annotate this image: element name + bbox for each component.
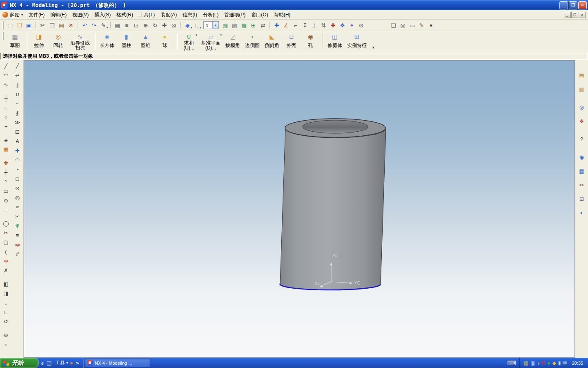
tray-message-icon[interactable]: ✉ [563,361,567,366]
menu-item[interactable]: 视图(V) [69,10,91,20]
circle-dashed-icon[interactable]: ◌ [2,103,11,112]
snap-perpendicular-icon[interactable]: ⊥ [310,20,319,30]
menu-item[interactable]: 格式(R) [114,10,136,20]
tray-agent-icon[interactable]: ● [547,361,550,366]
tray-update-icon[interactable]: ◆ [552,361,556,366]
toolbar-overflow-icon[interactable]: ▾ [372,45,374,49]
shell-button[interactable]: ⊔ 外壳 [282,32,301,51]
chevron-down-icon[interactable]: ▾ [220,34,222,37]
edge-blend-button[interactable]: ◗ 边倒圆 [243,32,262,51]
display-mode-icon[interactable]: ■ [122,20,131,30]
chevron-down-icon[interactable]: ▾ [196,34,197,37]
viewport-3d[interactable]: ZC YC XC [24,60,575,358]
hash-tool-icon[interactable]: # [13,249,22,258]
layer-combo[interactable]: 1 ▾ [203,21,219,29]
cut-icon[interactable]: ✂ [38,20,47,30]
boxed-point-icon[interactable]: ⊡ [13,127,22,136]
arc-open-icon[interactable]: ( [2,247,11,256]
draft-button[interactable]: ◿ 拔模角 [223,32,243,51]
chamfer-button[interactable]: ◣ 倒斜角 [262,32,282,51]
trim2-curve-icon[interactable]: ✂ [13,212,22,221]
snap-point-icon[interactable]: ↧ [300,20,310,30]
tray-display-icon[interactable]: ▣ [530,361,535,366]
hole-button[interactable]: ◉ 孔 [301,32,320,51]
close-button[interactable]: ✕ [578,1,587,9]
wavy-curve-icon[interactable]: ≈ [13,202,22,211]
profile-tool-icon[interactable]: ⌐ [2,205,11,214]
vector-constructor-icon[interactable]: ✦ [347,20,356,30]
sheet-curve-icon[interactable]: ▢ [2,238,11,247]
spline-tool-icon[interactable]: ∿ [2,80,11,89]
pan-view-icon[interactable]: ✚ [160,20,169,30]
sketch-grid-icon[interactable]: ▦ [2,145,11,154]
menu-item[interactable]: 窗口(O) [248,10,271,20]
toolbar-options-icon[interactable]: ▾ [426,20,436,30]
nx-task-button[interactable]: NX 4 - Modeling ... [85,359,150,367]
undo-icon[interactable]: ↶ [80,20,89,30]
line-tool-icon[interactable]: ╱ [2,61,11,70]
point-set-icon[interactable]: ┿ [2,168,11,177]
fit-view-icon[interactable]: ⊠ [169,20,178,30]
delete-icon[interactable]: ✕ [66,20,76,30]
curve-mesh-icon[interactable]: ◈ [2,135,11,144]
bridge-curve-icon[interactable]: ∪ [13,90,22,99]
values-icon[interactable]: ⊛ [356,20,366,30]
offset-curve-icon[interactable]: ∥ [13,80,22,89]
firefox-quicklaunch-icon[interactable]: ● [70,360,75,366]
menu-item[interactable]: 工具(T) [136,10,158,20]
wcs-origin-icon[interactable]: ⌐ [291,20,300,30]
point-tool-icon[interactable]: ┼ [2,94,11,103]
concentric-icon[interactable]: ◎ [13,193,22,202]
clip-tool-icon[interactable]: ✂ [577,180,586,189]
menu-item[interactable]: 信息(I) [180,10,200,20]
sphere-button[interactable]: ● 球 [155,32,174,51]
toolbar-grip[interactable] [2,21,4,29]
minimize-windows-icon[interactable]: ▭ [408,20,417,30]
point-constructor-icon[interactable]: ✚ [328,20,338,30]
section-curve-icon[interactable]: ◔ [13,165,22,174]
start-menu-button[interactable]: 起始 ▾ [1,11,26,19]
orient-view-icon[interactable]: ∟ ▾ [192,20,202,30]
circle-dot-icon[interactable]: ⊙ [13,184,22,193]
window-cascade-icon[interactable]: ❏ [389,20,398,30]
half-shade-icon[interactable]: ◧ [2,279,11,288]
loop-curve-icon[interactable]: ∮ [13,108,22,117]
viewport-canvas[interactable]: ZC YC XC [24,61,575,357]
layer-category-icon[interactable]: ⊞ [249,20,258,30]
start-button[interactable]: 开始 [0,358,39,368]
menu-item[interactable]: 装配(A) [158,10,180,20]
parallel-lines-icon[interactable]: ≫ [13,118,22,127]
tray-folder-icon[interactable]: ▨ [524,361,528,366]
unite-button[interactable]: ⊎ ▾ 求和 (U)... [179,32,198,51]
open-file-icon[interactable]: ❒ [15,20,24,30]
menu-item[interactable]: 首选项(P) [221,10,248,20]
media-quicklaunch-icon[interactable]: ◫ [47,360,53,366]
corner-arc-icon[interactable]: ◝ [2,177,11,186]
menu-item[interactable]: 文件(F) [26,10,47,20]
new-file-icon[interactable]: ▢ [5,20,15,30]
mdi-restore-button[interactable]: ❐ [571,12,578,18]
paste-icon[interactable]: ▤ [57,20,66,30]
history-palette-icon[interactable]: ▦ [577,166,586,175]
layer-settings-icon[interactable]: ▨ [230,20,239,30]
materials-icon[interactable]: ⊡ [577,194,586,203]
redo-icon[interactable]: ↷ [89,20,99,30]
circle-center-icon[interactable]: ⊙ [2,196,11,205]
menu-item[interactable]: 分析(L) [200,10,222,20]
block-button[interactable]: ■ 长方体 [97,32,117,51]
palette-icon[interactable]: ❖ [577,117,586,126]
instance-feature-button[interactable]: ⊞ 实例特征 [345,32,369,51]
trim-body-button[interactable]: ◫ 修剪体 [325,32,345,51]
project-curve-icon[interactable]: ↓ [2,298,11,307]
mdi-minimize-button[interactable]: _ [564,12,571,18]
edit-note-icon[interactable]: ✎ ▾ [99,20,108,30]
square-tool-icon[interactable]: □ [13,174,22,183]
wcs-dynamics-icon[interactable]: ✚ [272,20,281,30]
keyboard-indicator-icon[interactable]: ⌨ [504,359,519,367]
model-cylinder-body[interactable] [280,128,386,290]
tools-menu[interactable]: 工具 ▼ [54,359,69,366]
save-icon[interactable]: ▣ [24,20,33,30]
rectangle-tool-icon[interactable]: ▭ [2,186,11,195]
ruled-curve-icon[interactable]: ≡ [13,231,22,240]
info-window-icon[interactable]: ▦ [113,20,122,30]
